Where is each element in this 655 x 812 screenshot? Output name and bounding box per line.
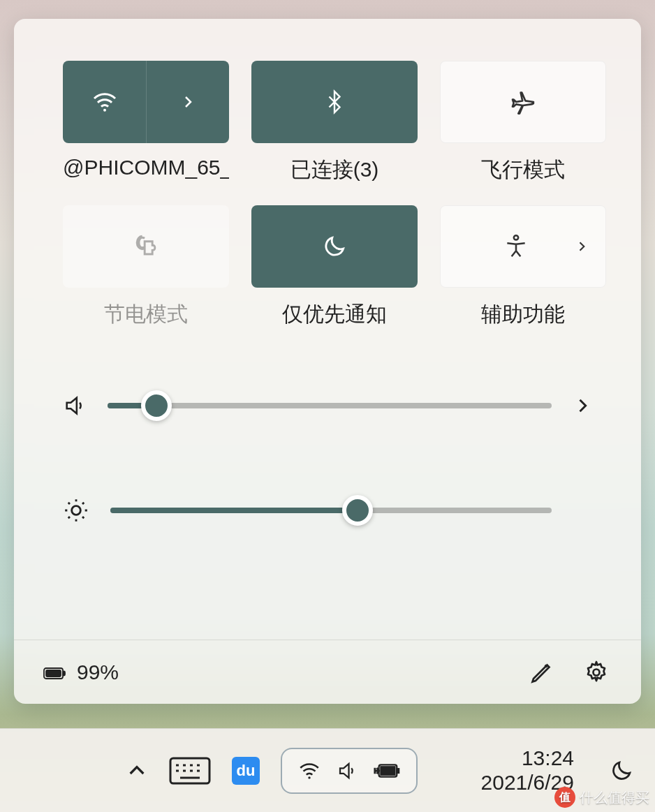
accessibility-tile[interactable] <box>440 205 606 288</box>
brightness-thumb[interactable] <box>342 495 373 526</box>
panel-footer: 99% <box>14 640 641 704</box>
svg-point-1 <box>514 235 518 239</box>
wifi-tray-icon[interactable] <box>297 759 321 783</box>
focus-group: 仅优先通知 <box>251 205 418 329</box>
system-tray-group[interactable] <box>281 748 418 794</box>
touch-keyboard-button[interactable] <box>169 757 211 785</box>
moon-icon <box>609 758 634 783</box>
watermark: 值 什么值得买 <box>554 787 649 808</box>
sliders-section <box>14 329 641 531</box>
bluetooth-icon <box>322 89 347 115</box>
airplane-tile[interactable] <box>440 61 606 143</box>
airplane-group: 飞行模式 <box>440 61 606 184</box>
brightness-icon[interactable] <box>63 497 89 524</box>
edit-button[interactable] <box>525 656 559 689</box>
focus-label: 仅优先通知 <box>282 300 387 329</box>
wifi-group: @PHICOMM_65_5 <box>63 61 229 184</box>
baidu-icon: du <box>232 757 260 785</box>
svg-rect-4 <box>46 670 61 677</box>
gear-icon <box>584 660 609 685</box>
quick-settings-panel: @PHICOMM_65_5 已连接(3) 飞行模式 <box>14 19 641 704</box>
accessibility-group: 辅助功能 <box>440 205 606 329</box>
pencil-icon <box>529 660 554 685</box>
keyboard-icon <box>169 757 211 785</box>
brightness-fill <box>110 508 358 513</box>
settings-button[interactable] <box>580 656 613 689</box>
wifi-expand[interactable] <box>147 61 229 143</box>
svg-point-0 <box>103 109 106 112</box>
chevron-up-icon <box>126 760 148 782</box>
focus-tile[interactable] <box>251 205 418 288</box>
watermark-badge: 值 <box>554 787 575 808</box>
chevron-right-icon <box>179 94 196 110</box>
focus-taskbar-button[interactable] <box>609 758 634 783</box>
bluetooth-tile[interactable] <box>251 61 418 143</box>
battery-text: 99% <box>77 660 119 684</box>
battery-charging-tray-icon[interactable] <box>373 760 401 781</box>
volume-expand[interactable] <box>573 396 592 415</box>
wifi-tile[interactable] <box>63 61 229 143</box>
wifi-icon <box>91 88 119 116</box>
battery-saver-tile <box>63 205 229 288</box>
time-text: 13:24 <box>481 746 574 771</box>
accessibility-label: 辅助功能 <box>481 300 565 329</box>
volume-icon[interactable] <box>63 394 87 418</box>
battery-saver-label: 节电模式 <box>104 300 188 329</box>
volume-slider[interactable] <box>108 403 552 408</box>
volume-tray-icon[interactable] <box>337 760 358 781</box>
tray-overflow[interactable] <box>126 760 148 782</box>
svg-point-2 <box>72 506 81 515</box>
volume-row <box>63 385 592 427</box>
wifi-label: @PHICOMM_65_5 <box>63 156 229 179</box>
watermark-text: 什么值得买 <box>580 788 649 807</box>
battery-icon <box>42 660 67 685</box>
accessibility-icon <box>457 233 575 260</box>
bluetooth-group: 已连接(3) <box>251 61 418 184</box>
tile-grid: @PHICOMM_65_5 已连接(3) 飞行模式 <box>14 19 641 329</box>
svg-point-17 <box>308 776 310 778</box>
wifi-toggle[interactable] <box>63 61 147 143</box>
airplane-icon <box>509 88 537 116</box>
airplane-label: 飞行模式 <box>481 156 565 184</box>
bluetooth-label: 已连接(3) <box>290 156 379 184</box>
svg-point-6 <box>594 669 600 675</box>
chevron-right-icon <box>575 239 589 253</box>
svg-rect-5 <box>63 671 65 675</box>
moon-icon <box>321 233 348 260</box>
svg-rect-20 <box>397 769 399 773</box>
battery-saver-icon <box>131 231 161 262</box>
volume-thumb[interactable] <box>141 390 172 421</box>
brightness-row <box>63 489 592 531</box>
baidu-ime-button[interactable]: du <box>232 757 260 785</box>
brightness-slider[interactable] <box>110 508 552 513</box>
svg-rect-19 <box>381 767 395 774</box>
battery-saver-group: 节电模式 <box>63 205 229 329</box>
battery-status[interactable]: 99% <box>42 660 119 685</box>
